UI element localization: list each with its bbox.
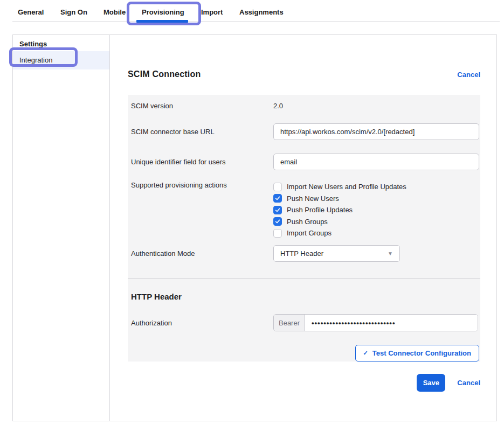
scim-version-value: 2.0 (273, 102, 283, 110)
tab-assignments[interactable]: Assignments (239, 8, 284, 16)
import-new-users-checkbox[interactable] (273, 183, 282, 191)
check-icon: ✓ (363, 350, 368, 357)
sidebar-item-integration[interactable]: Integration (13, 51, 109, 69)
test-connector-row: ✓ Test Connector Configuration (131, 345, 479, 362)
tab-general[interactable]: General (18, 8, 44, 16)
check-icon (275, 207, 280, 213)
sidebar-item-label: Integration (19, 56, 52, 64)
checkbox-row: Import Groups (273, 227, 479, 239)
save-button[interactable]: Save (417, 374, 445, 392)
tab-import[interactable]: Import (201, 8, 223, 16)
auth-mode-select[interactable]: HTTP Header ▼ (273, 245, 400, 262)
sidebar-header: Settings (13, 35, 109, 51)
unique-id-row: Unique identifier field for users (131, 147, 479, 177)
authorization-input-group: Bearer (273, 314, 478, 331)
settings-panel: Settings Integration SCIM Connection Can… (12, 34, 497, 421)
checkbox-row: Push Profile Updates (273, 204, 479, 216)
checkbox-label: Push New Users (287, 194, 339, 203)
http-header-section: HTTP Header Authorization Bearer ✓ Test … (128, 278, 480, 362)
base-url-row: SCIM connector base URL (131, 116, 479, 147)
http-header-title: HTTP Header (131, 279, 479, 301)
cancel-link-bottom[interactable]: Cancel (457, 379, 480, 387)
authorization-label: Authorization (131, 319, 273, 327)
base-url-label: SCIM connector base URL (131, 128, 273, 136)
unique-id-label: Unique identifier field for users (131, 158, 273, 166)
provisioning-actions-row: Supported provisioning actions Import Ne… (131, 177, 479, 241)
nav-divider (12, 22, 500, 22)
checkbox-label: Push Profile Updates (287, 206, 353, 214)
checkbox-row: Push New Users (273, 193, 479, 205)
push-groups-checkbox[interactable] (273, 217, 282, 226)
import-groups-checkbox[interactable] (273, 229, 282, 238)
auth-mode-row: Authentication Mode HTTP Header ▼ (131, 241, 479, 278)
cancel-link-top[interactable]: Cancel (457, 71, 480, 79)
bearer-prefix: Bearer (274, 315, 305, 331)
checkbox-label: Push Groups (287, 218, 328, 226)
form-actions: Save Cancel (128, 374, 480, 392)
auth-mode-selected-value: HTTP Header (280, 249, 323, 258)
active-tab-underline (136, 20, 188, 23)
push-profile-updates-checkbox[interactable] (273, 206, 282, 214)
authorization-row: Authorization Bearer (131, 314, 479, 331)
app-tabs: General Sign On Mobile Provisioning Impo… (0, 0, 504, 22)
checkbox-row: Import New Users and Profile Updates (273, 181, 479, 193)
checkbox-row: Push Groups (273, 216, 479, 228)
scim-version-label: SCIM version (131, 102, 273, 110)
provisioning-actions-list: Import New Users and Profile Updates Pus… (273, 181, 479, 241)
unique-id-input[interactable] (273, 154, 479, 170)
main-content: SCIM Connection Cancel SCIM version 2.0 … (110, 35, 496, 421)
checkbox-label: Import New Users and Profile Updates (287, 183, 406, 191)
provisioning-actions-label: Supported provisioning actions (131, 181, 273, 241)
test-connector-label: Test Connector Configuration (372, 349, 471, 357)
chevron-down-icon: ▼ (388, 246, 393, 261)
tab-mobile[interactable]: Mobile (103, 8, 126, 16)
checkbox-label: Import Groups (287, 229, 332, 237)
check-icon (275, 219, 280, 224)
check-icon (275, 196, 280, 201)
sidebar: Settings Integration (13, 35, 110, 421)
tab-sign-on[interactable]: Sign On (60, 8, 87, 16)
bearer-token-input[interactable] (305, 315, 478, 331)
auth-mode-label: Authentication Mode (131, 245, 273, 278)
tab-provisioning[interactable]: Provisioning (142, 8, 184, 16)
push-new-users-checkbox[interactable] (273, 194, 282, 203)
scim-version-row: SCIM version 2.0 (131, 95, 479, 116)
base-url-input[interactable] (273, 123, 479, 140)
page-title: SCIM Connection (128, 69, 201, 79)
form-header: SCIM Connection Cancel (128, 69, 480, 79)
scim-connection-section: SCIM version 2.0 SCIM connector base URL… (128, 95, 480, 278)
test-connector-button[interactable]: ✓ Test Connector Configuration (355, 345, 479, 362)
